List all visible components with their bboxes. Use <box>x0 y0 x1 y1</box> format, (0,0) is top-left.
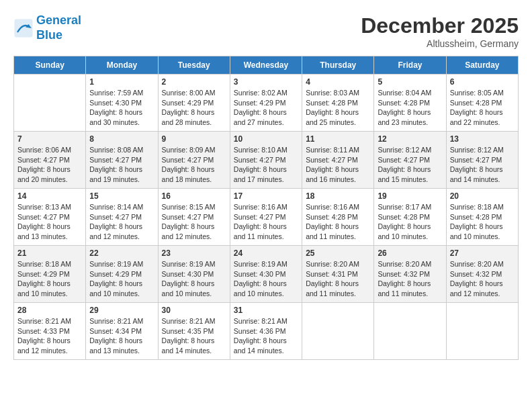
day-info: Sunrise: 8:00 AMSunset: 4:29 PMDaylight:… <box>162 88 226 128</box>
day-cell: 12Sunrise: 8:12 AMSunset: 4:27 PMDayligh… <box>374 132 446 189</box>
day-cell <box>374 303 446 360</box>
day-info: Sunrise: 8:19 AMSunset: 4:29 PMDaylight:… <box>89 259 154 299</box>
day-info: Sunrise: 8:14 AMSunset: 4:27 PMDaylight:… <box>89 202 154 242</box>
day-number: 30 <box>162 306 226 315</box>
day-number: 11 <box>306 134 370 144</box>
day-cell: 9Sunrise: 8:09 AMSunset: 4:27 PMDaylight… <box>158 132 230 189</box>
day-info: Sunrise: 7:59 AMSunset: 4:30 PMDaylight:… <box>89 88 154 128</box>
week-row-2: 7Sunrise: 8:06 AMSunset: 4:27 PMDaylight… <box>14 132 519 189</box>
day-number: 14 <box>17 191 82 201</box>
day-cell: 27Sunrise: 8:20 AMSunset: 4:32 PMDayligh… <box>446 246 518 303</box>
day-info: Sunrise: 8:03 AMSunset: 4:28 PMDaylight:… <box>306 88 370 128</box>
day-info: Sunrise: 8:13 AMSunset: 4:27 PMDaylight:… <box>17 202 82 242</box>
day-cell: 20Sunrise: 8:18 AMSunset: 4:28 PMDayligh… <box>446 189 518 246</box>
day-cell: 15Sunrise: 8:14 AMSunset: 4:27 PMDayligh… <box>86 189 158 246</box>
day-number: 16 <box>162 191 226 201</box>
header-cell-wednesday: Wednesday <box>230 56 302 75</box>
day-number: 28 <box>17 306 82 315</box>
day-info: Sunrise: 8:21 AMSunset: 4:34 PMDaylight:… <box>89 316 154 356</box>
day-info: Sunrise: 8:20 AMSunset: 4:32 PMDaylight:… <box>450 259 515 299</box>
logo: General Blue <box>13 13 81 42</box>
day-info: Sunrise: 8:19 AMSunset: 4:30 PMDaylight:… <box>162 259 226 299</box>
day-cell: 3Sunrise: 8:02 AMSunset: 4:29 PMDaylight… <box>230 75 302 132</box>
logo-line1: General <box>36 13 81 27</box>
week-row-5: 28Sunrise: 8:21 AMSunset: 4:33 PMDayligh… <box>14 303 519 360</box>
day-number: 22 <box>89 248 154 258</box>
day-info: Sunrise: 8:04 AMSunset: 4:28 PMDaylight:… <box>378 88 442 128</box>
day-number: 31 <box>234 306 298 315</box>
day-number: 2 <box>162 77 226 87</box>
day-cell: 10Sunrise: 8:10 AMSunset: 4:27 PMDayligh… <box>230 132 302 189</box>
day-info: Sunrise: 8:12 AMSunset: 4:27 PMDaylight:… <box>378 145 442 185</box>
calendar-body: 1Sunrise: 7:59 AMSunset: 4:30 PMDaylight… <box>14 75 519 360</box>
day-cell: 25Sunrise: 8:20 AMSunset: 4:31 PMDayligh… <box>302 246 374 303</box>
day-info: Sunrise: 8:02 AMSunset: 4:29 PMDaylight:… <box>234 88 298 128</box>
week-row-1: 1Sunrise: 7:59 AMSunset: 4:30 PMDaylight… <box>14 75 519 132</box>
day-cell: 5Sunrise: 8:04 AMSunset: 4:28 PMDaylight… <box>374 75 446 132</box>
header-cell-thursday: Thursday <box>302 56 374 75</box>
day-cell <box>446 303 518 360</box>
day-cell: 31Sunrise: 8:21 AMSunset: 4:36 PMDayligh… <box>230 303 302 360</box>
location: Altlussheim, Germany <box>361 38 519 49</box>
day-number: 24 <box>234 248 298 258</box>
day-number: 17 <box>234 191 298 201</box>
day-cell: 11Sunrise: 8:11 AMSunset: 4:27 PMDayligh… <box>302 132 374 189</box>
day-cell: 17Sunrise: 8:16 AMSunset: 4:27 PMDayligh… <box>230 189 302 246</box>
day-info: Sunrise: 8:21 AMSunset: 4:35 PMDaylight:… <box>162 316 226 356</box>
day-cell: 22Sunrise: 8:19 AMSunset: 4:29 PMDayligh… <box>86 246 158 303</box>
page-header: General Blue December 2025 Altlussheim, … <box>13 13 519 49</box>
svg-rect-0 <box>15 19 33 37</box>
day-number: 15 <box>89 191 154 201</box>
header-cell-sunday: Sunday <box>14 56 86 75</box>
header-cell-monday: Monday <box>86 56 158 75</box>
day-number: 12 <box>378 134 442 144</box>
day-number: 10 <box>234 134 298 144</box>
day-info: Sunrise: 8:18 AMSunset: 4:28 PMDaylight:… <box>450 202 515 242</box>
day-cell: 4Sunrise: 8:03 AMSunset: 4:28 PMDaylight… <box>302 75 374 132</box>
day-number: 19 <box>378 191 442 201</box>
day-number: 27 <box>450 248 515 258</box>
calendar-header: SundayMondayTuesdayWednesdayThursdayFrid… <box>14 56 519 75</box>
day-cell: 21Sunrise: 8:18 AMSunset: 4:29 PMDayligh… <box>14 246 86 303</box>
day-number: 20 <box>450 191 515 201</box>
header-cell-tuesday: Tuesday <box>158 56 230 75</box>
day-cell: 7Sunrise: 8:06 AMSunset: 4:27 PMDaylight… <box>14 132 86 189</box>
day-number: 7 <box>17 134 82 144</box>
day-info: Sunrise: 8:16 AMSunset: 4:27 PMDaylight:… <box>234 202 298 242</box>
day-number: 4 <box>306 77 370 87</box>
day-info: Sunrise: 8:21 AMSunset: 4:33 PMDaylight:… <box>17 316 82 356</box>
day-cell: 14Sunrise: 8:13 AMSunset: 4:27 PMDayligh… <box>14 189 86 246</box>
day-info: Sunrise: 8:08 AMSunset: 4:27 PMDaylight:… <box>89 145 154 185</box>
day-number: 23 <box>162 248 226 258</box>
day-cell: 8Sunrise: 8:08 AMSunset: 4:27 PMDaylight… <box>86 132 158 189</box>
day-cell: 24Sunrise: 8:19 AMSunset: 4:30 PMDayligh… <box>230 246 302 303</box>
day-info: Sunrise: 8:09 AMSunset: 4:27 PMDaylight:… <box>162 145 226 185</box>
day-number: 13 <box>450 134 515 144</box>
day-cell: 19Sunrise: 8:17 AMSunset: 4:28 PMDayligh… <box>374 189 446 246</box>
header-cell-saturday: Saturday <box>446 56 518 75</box>
day-info: Sunrise: 8:19 AMSunset: 4:30 PMDaylight:… <box>234 259 298 299</box>
day-info: Sunrise: 8:05 AMSunset: 4:28 PMDaylight:… <box>450 88 515 128</box>
day-cell: 28Sunrise: 8:21 AMSunset: 4:33 PMDayligh… <box>14 303 86 360</box>
day-number: 18 <box>306 191 370 201</box>
logo-icon <box>13 18 34 38</box>
day-cell: 2Sunrise: 8:00 AMSunset: 4:29 PMDaylight… <box>158 75 230 132</box>
day-number: 3 <box>234 77 298 87</box>
logo-text: General Blue <box>36 13 81 42</box>
day-info: Sunrise: 8:10 AMSunset: 4:27 PMDaylight:… <box>234 145 298 185</box>
week-row-4: 21Sunrise: 8:18 AMSunset: 4:29 PMDayligh… <box>14 246 519 303</box>
day-number: 25 <box>306 248 370 258</box>
day-cell: 29Sunrise: 8:21 AMSunset: 4:34 PMDayligh… <box>86 303 158 360</box>
title-block: December 2025 Altlussheim, Germany <box>361 13 519 49</box>
day-number: 8 <box>89 134 154 144</box>
day-number: 1 <box>89 77 154 87</box>
day-cell: 23Sunrise: 8:19 AMSunset: 4:30 PMDayligh… <box>158 246 230 303</box>
day-number: 6 <box>450 77 515 87</box>
header-row: SundayMondayTuesdayWednesdayThursdayFrid… <box>14 56 519 75</box>
day-info: Sunrise: 8:15 AMSunset: 4:27 PMDaylight:… <box>162 202 226 242</box>
day-info: Sunrise: 8:17 AMSunset: 4:28 PMDaylight:… <box>378 202 442 242</box>
month-title: December 2025 <box>361 13 519 38</box>
day-info: Sunrise: 8:16 AMSunset: 4:28 PMDaylight:… <box>306 202 370 242</box>
day-info: Sunrise: 8:11 AMSunset: 4:27 PMDaylight:… <box>306 145 370 185</box>
day-cell: 13Sunrise: 8:12 AMSunset: 4:27 PMDayligh… <box>446 132 518 189</box>
